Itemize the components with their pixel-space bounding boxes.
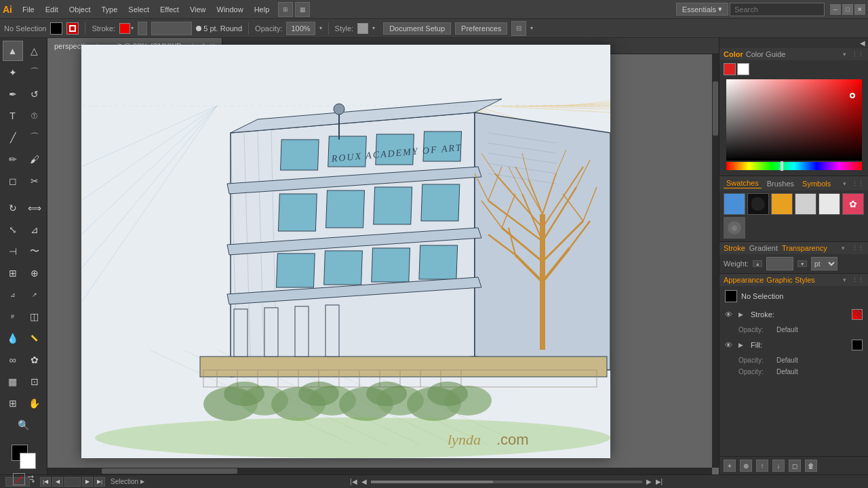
essentials-button[interactable]: Essentials ▾ bbox=[676, 3, 728, 16]
close-button[interactable]: ✕ bbox=[854, 4, 865, 15]
stroke-toggle[interactable] bbox=[66, 22, 79, 35]
canvas-horizontal-scrollbar[interactable] bbox=[47, 468, 712, 474]
swatch-black-blob[interactable] bbox=[747, 193, 769, 215]
free-transform-tool[interactable]: ⊞ bbox=[3, 263, 23, 283]
stroke-appear-swatch[interactable] bbox=[852, 309, 863, 320]
blob-brush-tool[interactable]: 🖌 bbox=[24, 149, 45, 169]
fast-forward-button[interactable]: ▶| bbox=[656, 478, 663, 485]
zoom-arrow[interactable]: ▾ bbox=[32, 479, 35, 485]
shape-builder-tool[interactable]: ⊕ bbox=[24, 263, 45, 283]
artboard-tool[interactable]: ⊡ bbox=[24, 371, 45, 392]
play-forward-button[interactable]: ▶ bbox=[646, 478, 652, 485]
preferences-button[interactable]: Preferences bbox=[455, 22, 507, 35]
perspective-select-tool[interactable]: ↗ bbox=[24, 285, 45, 305]
swatch-blue[interactable] bbox=[724, 193, 745, 215]
panel-arrow[interactable]: ▾ bbox=[530, 25, 533, 31]
touch-type-tool[interactable]: Ⓣ bbox=[24, 106, 45, 126]
style-swatch[interactable] bbox=[357, 23, 368, 34]
stroke-arrow[interactable]: ▾ bbox=[131, 25, 134, 31]
swatch-pink-flower[interactable]: ✿ bbox=[842, 193, 864, 215]
menu-view[interactable]: View bbox=[185, 4, 211, 15]
color-panel-pin[interactable]: ⋮⋮ bbox=[852, 51, 864, 58]
first-page-button[interactable]: |◀ bbox=[40, 477, 51, 487]
add-new-stroke-button[interactable]: + bbox=[724, 460, 736, 472]
gradient-tool[interactable]: ◫ bbox=[24, 306, 45, 327]
maximize-button[interactable]: □ bbox=[842, 4, 853, 15]
move-down-button[interactable]: ↓ bbox=[772, 460, 785, 472]
fill-expand-arrow[interactable]: ▶ bbox=[738, 342, 747, 348]
fill-appear-swatch[interactable] bbox=[852, 340, 863, 350]
doc-setup-button[interactable]: Document Setup bbox=[383, 22, 451, 35]
stroke-pin[interactable]: ⋮⋮ bbox=[852, 245, 864, 251]
brushes-tab[interactable]: Brushes bbox=[764, 179, 797, 188]
direct-selection-tool[interactable]: △ bbox=[24, 41, 45, 61]
mesh-tool[interactable]: # bbox=[3, 306, 23, 327]
fill-swatch[interactable] bbox=[50, 22, 62, 35]
menu-edit[interactable]: Edit bbox=[41, 4, 63, 15]
fill-visibility-eye[interactable]: 👁 bbox=[725, 341, 734, 349]
stroke-visibility-eye[interactable]: 👁 bbox=[725, 310, 734, 319]
menu-select[interactable]: Select bbox=[123, 4, 154, 15]
swatch-white-border[interactable] bbox=[818, 193, 840, 215]
canvas-vertical-scrollbar[interactable] bbox=[712, 54, 719, 468]
type-tool[interactable]: T bbox=[3, 106, 23, 126]
duplicate-item-button[interactable]: ⊕ bbox=[740, 460, 752, 472]
menu-object[interactable]: Object bbox=[64, 4, 96, 15]
transparency-tab[interactable]: Transparency bbox=[782, 244, 827, 252]
minimize-button[interactable]: ─ bbox=[830, 4, 841, 15]
eraser-tool[interactable]: ◻ bbox=[3, 171, 23, 191]
eyedropper-tool[interactable]: 💧 bbox=[3, 328, 23, 348]
progress-bar[interactable] bbox=[371, 481, 642, 483]
measure-tool[interactable]: 📏 bbox=[24, 328, 45, 348]
stroke-weight-input[interactable] bbox=[766, 257, 793, 270]
reflect-tool[interactable]: ⟺ bbox=[24, 198, 45, 218]
swatches-pin[interactable]: ⋮⋮ bbox=[852, 180, 864, 187]
perspective-grid-tool[interactable]: ⊿ bbox=[3, 285, 23, 305]
weight-up[interactable]: ▲ bbox=[753, 260, 762, 267]
color-gradient-picker[interactable] bbox=[726, 79, 862, 161]
swatches-collapse[interactable]: ▾ bbox=[843, 180, 846, 187]
magic-wand-tool[interactable]: ✦ bbox=[3, 62, 23, 83]
scale-tool[interactable]: ⤡ bbox=[3, 220, 23, 240]
blend-tool[interactable]: ∞ bbox=[3, 350, 23, 370]
stroke-expand-arrow[interactable]: ▶ bbox=[738, 311, 747, 318]
color-tab[interactable]: Color bbox=[724, 50, 743, 58]
menu-help[interactable]: Help bbox=[250, 4, 275, 15]
opacity-box[interactable]: 100% bbox=[286, 22, 315, 35]
shear-tool[interactable]: ⊿ bbox=[24, 220, 45, 240]
width-tool[interactable]: ⊣ bbox=[3, 241, 23, 262]
opacity-arrow[interactable]: ▾ bbox=[319, 25, 322, 31]
delete-item-button[interactable]: 🗑 bbox=[805, 460, 817, 472]
lasso-tool[interactable]: ⌒ bbox=[24, 62, 45, 83]
appearance-pin[interactable]: ⋮⋮ bbox=[852, 277, 864, 283]
zoom-tool[interactable]: 🔍 bbox=[14, 415, 34, 435]
rotate-tool[interactable]: ↻ bbox=[3, 198, 23, 218]
menu-effect[interactable]: Effect bbox=[155, 4, 184, 15]
gradient-tab[interactable]: Gradient bbox=[749, 244, 778, 252]
selection-tool[interactable]: ▲ bbox=[3, 41, 23, 61]
stroke-tab[interactable]: Stroke bbox=[724, 244, 745, 252]
last-page-button[interactable]: ▶| bbox=[94, 477, 105, 487]
stroke-color-swatch[interactable] bbox=[119, 23, 130, 34]
none-swatch[interactable] bbox=[13, 473, 25, 485]
next-page-button[interactable]: ▶ bbox=[82, 477, 93, 487]
arrange-icon[interactable]: ⊟ bbox=[511, 21, 526, 36]
menu-type[interactable]: Type bbox=[97, 4, 123, 15]
move-up-button[interactable]: ↑ bbox=[756, 460, 768, 472]
white-swatch[interactable] bbox=[737, 63, 749, 75]
graphic-styles-tab[interactable]: Graphic Styles bbox=[766, 276, 815, 284]
scissors-tool[interactable]: ✂ bbox=[24, 171, 45, 191]
color-panel-collapse[interactable]: ▾ bbox=[843, 51, 846, 58]
background-color[interactable] bbox=[20, 453, 36, 469]
curvature-tool[interactable]: ↺ bbox=[24, 84, 45, 104]
stroke-style-box[interactable] bbox=[151, 22, 192, 35]
pen-tool[interactable]: ✒ bbox=[3, 84, 23, 104]
appearance-tab[interactable]: Appearance bbox=[724, 276, 764, 284]
prev-page-button[interactable]: ◀ bbox=[52, 477, 63, 487]
symbol-tool[interactable]: ✿ bbox=[24, 350, 45, 370]
stroke-unit-select[interactable]: pt px mm bbox=[811, 257, 837, 270]
pencil-tool[interactable]: ✏ bbox=[3, 149, 23, 169]
panel-collapse-icon[interactable]: ◀ bbox=[860, 39, 865, 47]
menu-window[interactable]: Window bbox=[212, 4, 248, 15]
swatch-orange[interactable] bbox=[771, 193, 793, 215]
